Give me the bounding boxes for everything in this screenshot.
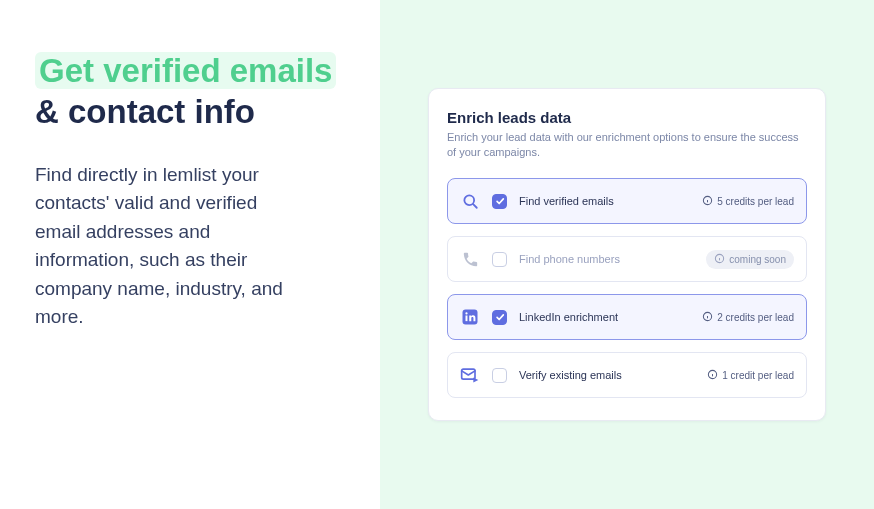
heading-rest: & contact info bbox=[35, 93, 255, 130]
option-label: Find verified emails bbox=[519, 195, 690, 207]
info-icon bbox=[707, 369, 718, 382]
option-cost: 1 credit per lead bbox=[707, 369, 794, 382]
enrichment-option[interactable]: Verify existing emails1 credit per lead bbox=[447, 352, 807, 398]
svg-rect-9 bbox=[466, 316, 468, 322]
option-label: Find phone numbers bbox=[519, 253, 694, 265]
page-heading: Get verified emails & contact info bbox=[35, 50, 360, 133]
option-cost: 2 credits per lead bbox=[702, 311, 794, 324]
enrichment-option[interactable]: LinkedIn enrichment2 credits per lead bbox=[447, 294, 807, 340]
enrichment-options-list: Find verified emails5 credits per leadFi… bbox=[447, 178, 807, 398]
marketing-copy-panel: Get verified emails & contact info Find … bbox=[0, 0, 380, 509]
mail-icon bbox=[460, 365, 480, 385]
heading-highlight: Get verified emails bbox=[35, 52, 336, 89]
option-cost: 5 credits per lead bbox=[702, 195, 794, 208]
option-checkbox[interactable] bbox=[492, 252, 507, 267]
card-title: Enrich leads data bbox=[447, 109, 807, 126]
svg-point-10 bbox=[465, 313, 467, 315]
option-checkbox[interactable] bbox=[492, 194, 507, 209]
enrichment-option[interactable]: Find phone numberscoming soon bbox=[447, 236, 807, 282]
info-icon bbox=[714, 253, 725, 266]
linkedin-icon bbox=[460, 307, 480, 327]
option-checkbox[interactable] bbox=[492, 368, 507, 383]
search-icon bbox=[460, 191, 480, 211]
option-checkbox[interactable] bbox=[492, 310, 507, 325]
phone-icon bbox=[460, 249, 480, 269]
enrich-card: Enrich leads data Enrich your lead data … bbox=[428, 88, 826, 422]
illustration-panel: Enrich leads data Enrich your lead data … bbox=[380, 0, 874, 509]
svg-line-1 bbox=[473, 205, 477, 209]
info-icon bbox=[702, 311, 713, 324]
enrichment-option[interactable]: Find verified emails5 credits per lead bbox=[447, 178, 807, 224]
option-label: LinkedIn enrichment bbox=[519, 311, 690, 323]
coming-soon-badge: coming soon bbox=[706, 250, 794, 269]
card-subtitle: Enrich your lead data with our enrichmen… bbox=[447, 130, 807, 161]
option-label: Verify existing emails bbox=[519, 369, 695, 381]
page-description: Find directly in lemlist your contacts' … bbox=[35, 161, 305, 332]
info-icon bbox=[702, 195, 713, 208]
